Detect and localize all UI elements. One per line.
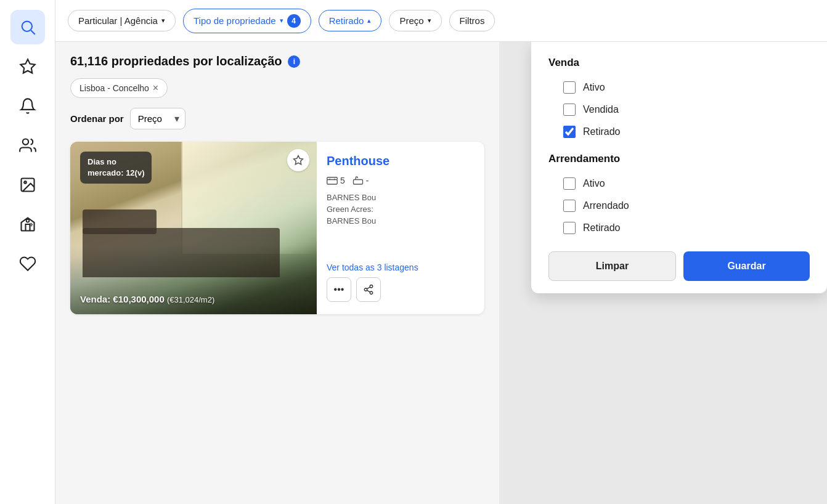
agent3: BARNES Bou	[327, 216, 475, 226]
sort-wrapper: Preço Data Área	[130, 108, 185, 129]
svg-line-13	[367, 290, 370, 292]
preco-filter[interactable]: Preço ▾	[389, 10, 441, 31]
preco-label: Preço	[399, 15, 423, 26]
tipo-label: Tipo de propriedade	[194, 15, 276, 26]
listings-panel: 61,116 propriedades por localização i Li…	[55, 42, 499, 504]
venda-retirado-item[interactable]: Retirado	[548, 121, 810, 143]
dropdown-footer: Limpar Guardar	[548, 251, 810, 281]
svg-marker-2	[20, 59, 35, 73]
venda-vendida-label: Vendida	[583, 104, 619, 115]
share-button[interactable]	[356, 277, 381, 302]
card-actions: Ver todas as 3 listagens •••	[327, 262, 475, 302]
particular-label: Particular | Agência	[78, 15, 158, 26]
svg-marker-7	[294, 156, 303, 165]
property-card: Dias no mercado: 12(v) Venda: €10,300,00…	[70, 142, 484, 314]
count-value: 61,116	[70, 54, 108, 68]
venda-ativo-item[interactable]: Ativo	[548, 76, 810, 99]
venda-ativo-label: Ativo	[583, 82, 605, 93]
content-area: 61,116 propriedades por localização i Li…	[55, 42, 827, 504]
venda-title: Venda	[548, 57, 810, 69]
agent2: Green Acres:	[327, 205, 475, 214]
beds-count: 5	[340, 176, 345, 185]
property-title[interactable]: Penthouse	[327, 154, 475, 168]
svg-point-6	[26, 219, 29, 222]
sidebar-item-home[interactable]	[10, 207, 45, 242]
days-line1: Dias no	[88, 156, 144, 168]
filter-tags: Lisboa - Concelho ×	[70, 78, 484, 98]
arrendamento-section: Arrendamento Ativo Arrendado Retirado	[548, 153, 810, 239]
card-agents: BARNES Bou Green Acres: BARNES Bou	[327, 193, 475, 226]
location-tag[interactable]: Lisboa - Concelho ×	[70, 78, 168, 98]
tipo-badge: 4	[287, 14, 301, 28]
sidebar-item-notifications[interactable]	[10, 89, 45, 123]
bath-count: -	[366, 176, 369, 185]
main-area: Particular | Agência ▾ Tipo de proprieda…	[55, 0, 827, 504]
retirado-label: Retirado	[329, 15, 364, 26]
listings-count: 61,116 propriedades por localização	[70, 54, 282, 68]
price-badge: Venda: €10,300,000 (€31,024/m2)	[80, 294, 214, 304]
arr-arrendado-checkbox[interactable]	[563, 200, 576, 212]
svg-line-1	[31, 30, 35, 34]
tag-label: Lisboa - Concelho	[79, 83, 149, 93]
particular-chevron-icon: ▾	[161, 17, 165, 25]
sidebar-item-deals[interactable]	[10, 246, 45, 281]
arr-retirado-checkbox[interactable]	[563, 222, 576, 234]
svg-point-5	[24, 181, 26, 184]
agent1: BARNES Bou	[327, 193, 475, 202]
filtros-button[interactable]: Filtros	[449, 10, 495, 31]
action-row: •••	[327, 277, 475, 302]
card-info: Penthouse 5 - BARNES Bou Green	[317, 142, 484, 314]
arrendamento-title: Arrendamento	[548, 153, 810, 165]
listings-header: 61,116 propriedades por localização i	[70, 54, 484, 68]
retirado-dropdown: Venda Ativo Vendida Retirado Arrendament…	[531, 42, 827, 293]
arr-retirado-item[interactable]: Retirado	[548, 217, 810, 239]
card-image-wrap: Dias no mercado: 12(v) Venda: €10,300,00…	[70, 142, 317, 314]
venda-vendida-item[interactable]: Vendida	[548, 99, 810, 121]
svg-line-14	[367, 287, 370, 289]
more-options-button[interactable]: •••	[327, 277, 351, 302]
svg-point-10	[370, 285, 373, 288]
arr-arrendado-label: Arrendado	[583, 200, 629, 211]
view-listings-link[interactable]: Ver todas as 3 listagens	[327, 262, 475, 272]
sidebar	[0, 0, 55, 504]
arr-ativo-item[interactable]: Ativo	[548, 173, 810, 195]
info-icon[interactable]: i	[288, 55, 300, 68]
arr-arrendado-item[interactable]: Arrendado	[548, 195, 810, 217]
preco-chevron-icon: ▾	[428, 17, 431, 25]
tipo-propriedade-filter[interactable]: Tipo de propriedade ▾ 4	[183, 9, 311, 33]
beds-spec: 5	[327, 176, 345, 185]
tipo-chevron-icon: ▾	[280, 17, 283, 25]
svg-point-3	[22, 139, 28, 145]
svg-rect-8	[327, 180, 338, 185]
bath-spec: -	[352, 176, 369, 185]
sidebar-item-users[interactable]	[10, 128, 45, 163]
particular-agencia-filter[interactable]: Particular | Agência ▾	[68, 10, 176, 31]
days-line2: mercado: 12(v)	[88, 168, 144, 179]
venda-vendida-checkbox[interactable]	[563, 104, 576, 116]
topbar: Particular | Agência ▾ Tipo de proprieda…	[55, 0, 827, 42]
sort-label: Ordenar por	[70, 113, 124, 124]
arr-ativo-checkbox[interactable]	[563, 177, 576, 190]
svg-rect-9	[353, 180, 362, 185]
favorite-button[interactable]	[287, 149, 309, 171]
retirado-filter[interactable]: Retirado ▴	[319, 10, 382, 31]
svg-point-12	[370, 291, 373, 295]
sort-row: Ordenar por Preço Data Área	[70, 108, 484, 129]
venda-ativo-checkbox[interactable]	[563, 81, 576, 94]
svg-point-11	[364, 288, 367, 291]
sidebar-item-gallery[interactable]	[10, 168, 45, 202]
svg-point-0	[22, 22, 31, 31]
limpar-button[interactable]: Limpar	[548, 251, 676, 281]
retirado-chevron-icon: ▴	[367, 17, 371, 25]
venda-retirado-label: Retirado	[583, 126, 620, 137]
sidebar-item-favorites[interactable]	[10, 49, 45, 84]
days-badge: Dias no mercado: 12(v)	[80, 152, 152, 184]
sort-select[interactable]: Preço Data Área	[130, 108, 185, 129]
guardar-button[interactable]: Guardar	[683, 251, 810, 281]
card-specs: 5 -	[327, 176, 475, 185]
arr-ativo-label: Ativo	[583, 178, 605, 189]
venda-retirado-checkbox[interactable]	[563, 126, 576, 138]
remove-tag-icon[interactable]: ×	[153, 83, 158, 94]
sidebar-item-search[interactable]	[10, 10, 45, 44]
arr-retirado-label: Retirado	[583, 222, 620, 234]
